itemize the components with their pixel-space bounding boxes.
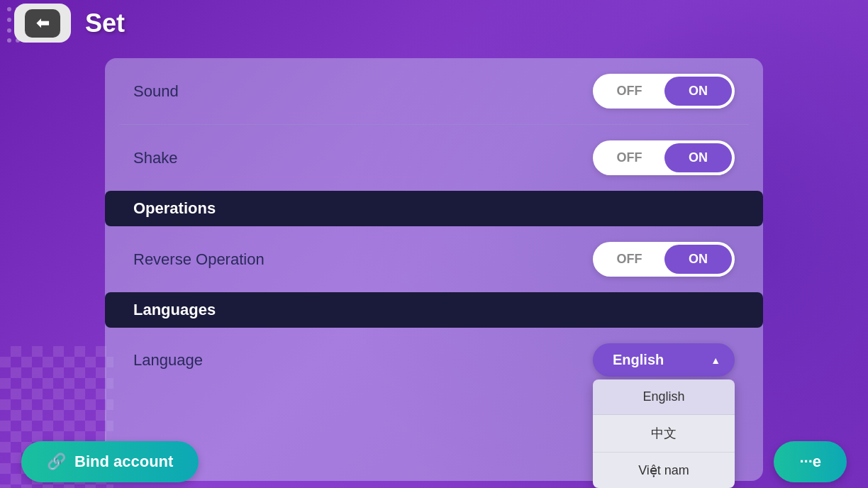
language-selected-value: English — [613, 352, 664, 368]
bind-icon: 🔗 — [47, 453, 66, 471]
settings-panel: Sound OFF ON Shake OFF ON Operations Rev… — [105, 58, 763, 481]
language-select-wrapper: English ▲ English 中文 Việt nam — [593, 343, 735, 377]
sound-off-btn[interactable]: OFF — [596, 77, 663, 106]
sound-toggle[interactable]: OFF ON — [593, 74, 735, 109]
language-option-english[interactable]: English — [593, 379, 735, 415]
shake-label: Shake — [133, 149, 177, 167]
header: ⬅ Set — [0, 0, 868, 46]
reverse-operation-row: Reverse Operation OFF ON — [105, 226, 763, 292]
languages-label: Languages — [133, 301, 216, 318]
operations-label: Operations — [133, 199, 216, 217]
back-button[interactable]: ⬅ — [14, 4, 71, 43]
shake-on-btn[interactable]: ON — [664, 143, 732, 172]
languages-section-header: Languages — [105, 292, 763, 328]
page-title: Set — [85, 9, 125, 38]
language-select-button[interactable]: English ▲ — [593, 343, 735, 377]
bind-account-label: Bind account — [74, 453, 173, 471]
operations-section-header: Operations — [105, 191, 763, 226]
reverse-on-btn[interactable]: ON — [664, 245, 732, 274]
reverse-operation-toggle[interactable]: OFF ON — [593, 242, 735, 277]
shake-off-btn[interactable]: OFF — [596, 143, 663, 172]
bind-account-button[interactable]: 🔗 Bind account — [21, 441, 199, 482]
back-arrow-icon: ⬅ — [36, 14, 49, 33]
sound-row: Sound OFF ON — [105, 58, 763, 124]
language-label: Language — [133, 351, 203, 370]
chevron-up-icon: ▲ — [711, 355, 720, 366]
right-action-button[interactable]: ···e — [774, 441, 847, 482]
bottom-bar: 🔗 Bind account ···e — [0, 435, 868, 488]
shake-row: Shake OFF ON — [105, 125, 763, 191]
right-button-label: ···e — [799, 453, 821, 470]
language-row: Language English ▲ English 中文 Việt nam — [105, 328, 763, 392]
sound-on-btn[interactable]: ON — [664, 77, 732, 106]
back-button-inner: ⬅ — [25, 9, 60, 38]
sound-label: Sound — [133, 82, 179, 101]
reverse-operation-label: Reverse Operation — [133, 250, 265, 269]
shake-toggle[interactable]: OFF ON — [593, 140, 735, 175]
reverse-off-btn[interactable]: OFF — [596, 245, 663, 274]
